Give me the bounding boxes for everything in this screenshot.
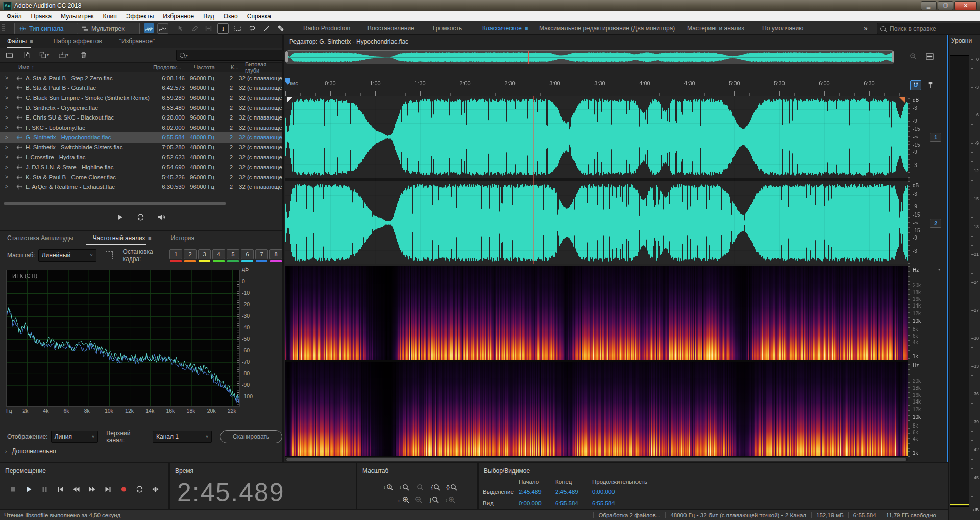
file-row[interactable]: >C. Black Sun Empire - Smoke (Sinthetix … (0, 93, 282, 103)
menu-Окно[interactable]: Окно (219, 11, 242, 21)
files-tab-menu-icon[interactable]: ≡ (30, 38, 33, 44)
play-button[interactable] (23, 485, 34, 494)
file-row[interactable]: >K. Sta & Paul B - Come Closer.flac5:45.… (0, 172, 282, 182)
transport-menu-icon[interactable]: ≡ (53, 468, 56, 474)
zoom-right-edge-button[interactable]: } (428, 495, 442, 504)
trash-icon[interactable] (79, 50, 89, 59)
menu-Файл[interactable]: Файл (2, 11, 27, 21)
rewind-button[interactable] (70, 485, 82, 494)
editor-header[interactable]: Редактор: G. Sinthetix - Hypochondriac.f… (284, 35, 947, 49)
file-row[interactable]: >I. Crossfire - Hydra.flac6:52.62348000 … (0, 152, 282, 162)
level-meter-bars[interactable] (950, 55, 969, 507)
skip-selection-button[interactable] (150, 485, 161, 494)
workspace-menu-icon[interactable]: ≡ (525, 25, 528, 31)
waveform-display[interactable] (285, 96, 908, 264)
files-column-headers[interactable]: Имя ↑ Продолж... Частота К... Битовая гл… (0, 62, 282, 72)
move-tool[interactable] (176, 23, 186, 33)
spot-healing-brush-tool[interactable] (276, 23, 286, 33)
time-selection-tool[interactable]: I (217, 23, 229, 34)
time-menu-icon[interactable]: ≡ (201, 468, 204, 474)
hold-button-4[interactable]: 4 (212, 249, 225, 259)
menu-Правка[interactable]: Правка (27, 11, 57, 21)
menu-Вид[interactable]: Вид (199, 11, 219, 21)
loop-button[interactable] (134, 485, 145, 494)
file-row[interactable]: >J. DJ S.I.N. & Stare - Highline.flac6:5… (0, 162, 282, 172)
file-row[interactable]: >F. SKC - Lobotomy.flac6:02.00096000 Гц2… (0, 123, 282, 132)
help-search-box[interactable] (877, 23, 980, 34)
analysis-tab-1[interactable]: Статистика Амплитуды (7, 234, 74, 242)
files-panel-tab-2[interactable]: Набор эффектов (54, 38, 119, 45)
spectral-view-toggle[interactable] (157, 23, 168, 34)
workspace-overflow-button[interactable]: » (864, 21, 868, 35)
hold-button-3[interactable]: 3 (198, 249, 211, 259)
selection-duration[interactable]: 6:55.584 (592, 500, 615, 506)
current-time-display[interactable]: 2:45.489 (177, 478, 285, 507)
multitrack-button[interactable]: Мультитрек (77, 23, 140, 34)
top-channel-dropdown[interactable]: Канал 1˅ (153, 431, 212, 443)
waveform-view-toggle[interactable] (144, 23, 154, 33)
files-hscrollbar[interactable] (4, 202, 226, 205)
files-panel-tab-1[interactable]: Файлы≡ (7, 38, 54, 45)
razor-tool[interactable] (190, 23, 200, 33)
channel-badge-1[interactable]: 1 (930, 133, 941, 142)
file-row[interactable]: >L. ArQer & Realtime - Exhaust.flac6:30.… (0, 182, 282, 192)
hold-button-6[interactable]: 6 (241, 249, 254, 259)
file-row[interactable]: >D. Sinthetix - Cryogenic.flac6:53.48096… (0, 103, 282, 112)
overview-strip[interactable] (286, 50, 895, 64)
column-channels[interactable]: К... (231, 64, 239, 70)
spectrogram-display[interactable] (285, 266, 908, 457)
expand-chevron-icon[interactable]: > (0, 154, 13, 160)
workspace-tab-1[interactable]: Radio Production (303, 21, 350, 35)
hold-button-7[interactable]: 7 (255, 249, 268, 259)
record-button[interactable] (118, 485, 129, 494)
file-row[interactable]: >B. Sta & Paul B - Gush.flac6:42.5739600… (0, 83, 282, 92)
hold-button-5[interactable]: 5 (227, 249, 239, 259)
analysis-tab-menu-icon[interactable]: ≡ (148, 235, 151, 241)
copy-graph-icon[interactable] (106, 251, 113, 259)
next-button[interactable] (102, 485, 113, 494)
selection-duration[interactable]: 0:00.000 (592, 489, 615, 495)
column-duration[interactable]: Продолж... (153, 64, 181, 70)
expand-chevron-icon[interactable]: > (0, 145, 13, 150)
file-row[interactable]: >H. Sinthetix - Switchblade Sisters.flac… (0, 143, 282, 152)
zoom-out-vertical-button[interactable]: ↕− (398, 483, 411, 492)
channel-badge-2[interactable]: 2 (930, 219, 941, 228)
hold-button-1[interactable]: 1 (169, 249, 182, 259)
analysis-tab-3[interactable]: История (171, 234, 195, 242)
preview-play-button[interactable] (116, 213, 124, 221)
file-row[interactable]: >G. Sinthetix - Hypochondriac.flac6:55.5… (0, 132, 282, 142)
title-bar[interactable]: Au Adobe Audition CC 2018 ▁ ❐ ✕ (0, 0, 980, 11)
expand-chevron-icon[interactable]: > (0, 85, 13, 91)
expand-chevron-icon[interactable]: > (0, 164, 13, 170)
expand-chevron-icon[interactable]: > (0, 184, 13, 190)
editor-menu-icon[interactable]: ≡ (411, 39, 414, 45)
file-row[interactable]: >A. Sta & Paul B - Step 2 Zero.flac6:08.… (0, 73, 282, 83)
hold-button-2[interactable]: 2 (184, 249, 197, 259)
files-panel-tab-3[interactable]: "Избранное" (119, 38, 172, 45)
prev-button[interactable] (55, 485, 66, 494)
waveform-editor-button[interactable]: Тип сигнала (14, 23, 84, 34)
selection-start[interactable]: 2:45.489 (519, 489, 542, 495)
open-file-icon[interactable] (4, 50, 14, 59)
files-search-box[interactable]: ▾ (176, 50, 284, 61)
zoom-in-horizontal-button[interactable]: ↔+ (396, 495, 410, 504)
new-file-icon[interactable]: ▾ (39, 50, 49, 59)
overview-left-handle[interactable] (285, 51, 288, 62)
zoom-out-full-button[interactable]: − (413, 483, 427, 492)
zoom-in-vertical-button[interactable]: ↕+ (382, 483, 396, 492)
file-row[interactable]: >E. Chris SU & SKC - Blackout.flac6:28.0… (0, 113, 282, 123)
close-button[interactable]: ✕ (954, 1, 977, 10)
selection-end[interactable]: 2:45.489 (555, 489, 578, 495)
pause-button[interactable] (39, 485, 50, 494)
minimize-button[interactable]: ▁ (921, 1, 937, 10)
column-name[interactable]: Имя (0, 64, 29, 70)
menu-Избранное[interactable]: Избранное (158, 11, 199, 21)
zoom-left-edge-button[interactable]: { (429, 483, 443, 492)
preview-loop-button[interactable] (136, 213, 145, 221)
restore-button[interactable]: ❐ (938, 1, 953, 10)
insert-into-multitrack-icon[interactable]: ▾ (58, 50, 68, 59)
expand-chevron-icon[interactable]: > (0, 105, 13, 110)
stop-button[interactable] (7, 485, 18, 494)
expand-chevron-icon[interactable]: > (0, 75, 13, 81)
analysis-tab-2[interactable]: Частотный анализ≡ (93, 234, 152, 242)
